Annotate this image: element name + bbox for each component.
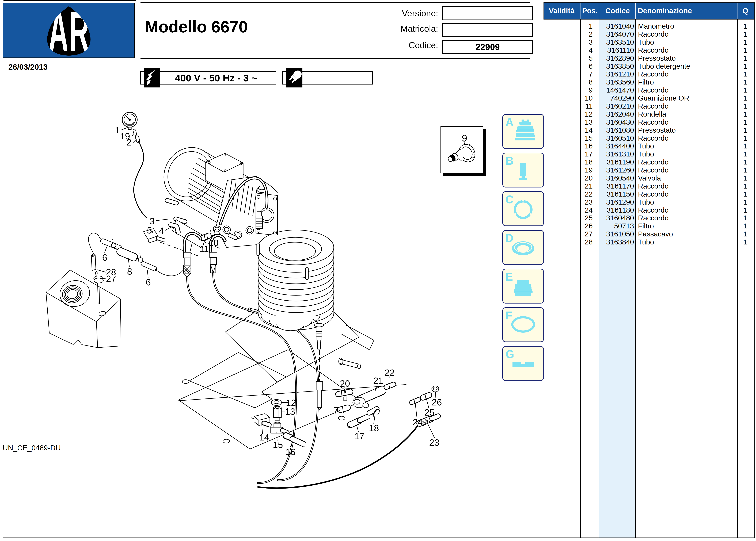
- svg-text:5: 5: [147, 225, 152, 236]
- svg-text:18: 18: [369, 423, 379, 433]
- svg-text:25: 25: [424, 407, 434, 417]
- svg-text:16: 16: [285, 447, 296, 457]
- svg-text:2: 2: [127, 137, 132, 147]
- svg-text:23: 23: [429, 437, 439, 448]
- svg-text:10: 10: [209, 238, 219, 248]
- svg-text:3: 3: [150, 216, 155, 226]
- svg-text:27: 27: [106, 274, 116, 284]
- svg-text:21: 21: [373, 376, 383, 386]
- svg-text:14: 14: [259, 432, 269, 442]
- svg-text:20: 20: [340, 378, 350, 388]
- svg-text:1: 1: [115, 125, 120, 135]
- svg-text:22: 22: [384, 368, 394, 378]
- svg-text:26: 26: [432, 397, 442, 407]
- svg-text:11: 11: [200, 244, 209, 254]
- svg-text:4: 4: [159, 226, 164, 236]
- svg-text:8: 8: [127, 267, 132, 276]
- svg-text:7: 7: [334, 405, 339, 415]
- svg-text:13: 13: [285, 406, 295, 417]
- svg-text:17: 17: [355, 431, 365, 441]
- svg-text:6: 6: [102, 253, 107, 263]
- svg-text:24: 24: [412, 417, 423, 427]
- svg-text:6: 6: [146, 277, 151, 287]
- svg-text:15: 15: [273, 440, 283, 450]
